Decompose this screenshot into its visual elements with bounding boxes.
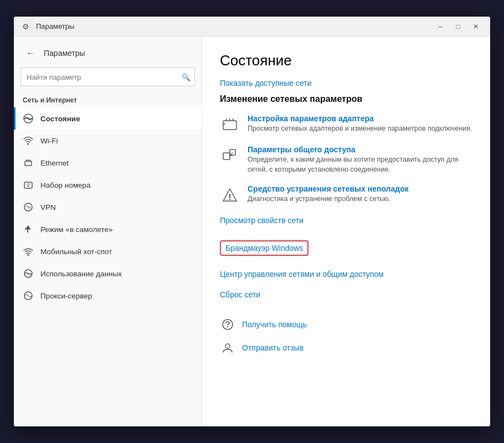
- wifi-icon: [23, 135, 34, 146]
- title-bar: ⚙ Параметры – □ ✕: [14, 17, 490, 37]
- sidebar-item-status[interactable]: Состояние: [14, 107, 202, 130]
- get-help-item: Получить помощь: [220, 317, 472, 332]
- adapter-desc: Просмотр сетевых адаптеров и изменение п…: [248, 124, 472, 134]
- sharing-icon: [220, 146, 240, 166]
- app-title: Параметры: [44, 49, 85, 58]
- send-feedback-icon: [220, 340, 235, 356]
- sidebar-item-dialup[interactable]: Набор номера: [14, 174, 202, 196]
- sidebar-item-proxy[interactable]: Прокси-сервер: [14, 285, 202, 307]
- svg-point-2: [28, 143, 29, 145]
- sharing-desc: Определите, к каким данным вы хотите пре…: [248, 155, 472, 174]
- firewall-link[interactable]: Брандмауэр Windows: [220, 240, 308, 256]
- sharing-text: Параметры общего доступа Определите, к к…: [248, 145, 472, 174]
- view-props-link[interactable]: Просмотр свойств сети: [220, 216, 304, 225]
- search-input[interactable]: [20, 68, 195, 86]
- send-feedback-item: Отправить отзыв: [220, 340, 472, 356]
- sidebar-label-wifi: Wi-Fi: [40, 137, 58, 145]
- settings-window: ⚙ Параметры – □ ✕ ← Параметры 🔍 Сеть и И…: [14, 17, 490, 426]
- sidebar-label-datausage: Использование данных: [40, 270, 122, 278]
- sidebar-label-dialup: Набор номера: [40, 181, 91, 189]
- sidebar-label-proxy: Прокси-сервер: [40, 292, 92, 300]
- sidebar-label-status: Состояние: [40, 115, 80, 123]
- maximize-button[interactable]: □: [450, 20, 466, 33]
- sidebar-label-airplane: Режим «в самолете»: [40, 225, 113, 234]
- sidebar-header: ← Параметры: [14, 37, 202, 65]
- sidebar-item-airplane[interactable]: Режим «в самолете»: [14, 218, 202, 240]
- sharing-title[interactable]: Параметры общего доступа: [248, 145, 472, 154]
- sidebar-item-hotspot[interactable]: Мобильный хот-спот: [14, 240, 202, 262]
- sidebar-item-datausage[interactable]: Использование данных: [14, 262, 202, 285]
- troubleshoot-title[interactable]: Средство устранения сетевых неполадок: [248, 184, 409, 193]
- reset-link[interactable]: Сброс сети: [220, 290, 260, 299]
- svg-point-24: [229, 199, 230, 200]
- troubleshoot-setting: Средство устранения сетевых неполадок Ди…: [220, 184, 472, 205]
- troubleshoot-text: Средство устранения сетевых неполадок Ди…: [248, 184, 409, 204]
- title-bar-left: ⚙ Параметры: [20, 22, 74, 32]
- network-center-link[interactable]: Центр управления сетями и общим доступом: [220, 270, 384, 279]
- send-feedback-label[interactable]: Отправить отзыв: [242, 343, 304, 352]
- main-content: Состояние Показать доступные сети Измене…: [202, 37, 490, 426]
- status-icon: [23, 113, 34, 124]
- title-bar-title: Параметры: [36, 22, 74, 30]
- title-bar-controls: – □ ✕: [433, 20, 484, 33]
- get-help-label[interactable]: Получить помощь: [242, 320, 307, 329]
- dialup-icon: [23, 179, 34, 190]
- ethernet-icon: [23, 157, 34, 168]
- sidebar-item-ethernet[interactable]: Ethernet: [14, 152, 202, 174]
- sidebar: ← Параметры 🔍 Сеть и Интернет Состояние: [14, 37, 202, 426]
- section-label: Сеть и Интернет: [14, 93, 202, 107]
- svg-point-26: [227, 326, 228, 327]
- sidebar-label-hotspot: Мобильный хот-спот: [40, 248, 112, 256]
- proxy-icon: [23, 290, 34, 301]
- search-box: 🔍: [20, 68, 195, 86]
- page-title: Состояние: [220, 52, 472, 69]
- svg-point-27: [225, 344, 230, 348]
- search-icon: 🔍: [182, 73, 191, 81]
- back-button[interactable]: ←: [23, 45, 38, 61]
- svg-rect-3: [25, 161, 32, 166]
- sidebar-item-wifi[interactable]: Wi-Fi: [14, 130, 202, 152]
- firewall-link-container: Брандмауэр Windows: [220, 240, 472, 262]
- adapter-text: Настройка параметров адаптера Просмотр с…: [248, 114, 472, 134]
- svg-rect-19: [223, 153, 230, 159]
- troubleshoot-icon: [220, 186, 240, 205]
- adapter-icon: [220, 115, 240, 135]
- svg-rect-14: [223, 121, 236, 130]
- sidebar-item-vpn[interactable]: VPN: [14, 196, 202, 218]
- adapter-title[interactable]: Настройка параметров адаптера: [248, 114, 472, 123]
- reset-container: Сброс сети: [220, 290, 472, 306]
- vpn-icon: [23, 202, 34, 213]
- show-networks-link[interactable]: Показать доступные сети: [220, 79, 312, 87]
- divider1: Просмотр свойств сети: [220, 215, 472, 231]
- get-help-icon: [220, 317, 235, 332]
- network-center-container: Центр управления сетями и общим доступом: [220, 269, 472, 285]
- content-area: ← Параметры 🔍 Сеть и Интернет Состояние: [14, 37, 490, 426]
- sidebar-label-ethernet: Ethernet: [40, 159, 69, 167]
- minimize-button[interactable]: –: [433, 20, 448, 33]
- airplane-icon: [23, 224, 34, 235]
- hotspot-icon: [23, 246, 34, 257]
- sidebar-label-vpn: VPN: [40, 203, 56, 212]
- sharing-setting: Параметры общего доступа Определите, к к…: [220, 145, 472, 174]
- svg-point-10: [28, 254, 29, 256]
- datausage-icon: [23, 268, 34, 279]
- settings-app-icon: ⚙: [20, 22, 30, 32]
- adapter-setting: Настройка параметров адаптера Просмотр с…: [220, 114, 472, 135]
- troubleshoot-desc: Диагностика и устранение проблем с сетью…: [248, 194, 409, 204]
- change-section-title: Изменение сетевых параметров: [220, 94, 472, 104]
- help-section: Получить помощь Отправить отзыв: [220, 317, 472, 356]
- svg-point-8: [28, 186, 29, 187]
- close-button[interactable]: ✕: [468, 20, 484, 33]
